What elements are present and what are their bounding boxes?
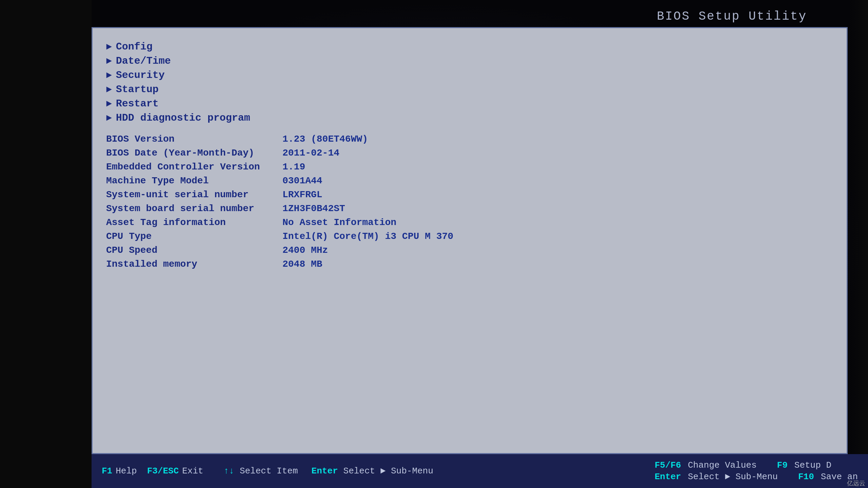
key-description: Help: [116, 466, 137, 476]
info-label: BIOS Version: [106, 134, 282, 144]
bottom-bar: F1HelpF3/ESCExit↑↓Select ItemEnterSelect…: [92, 454, 868, 488]
bottom-key-item: F1Help: [102, 466, 137, 476]
menu-arrow-icon: ►: [106, 99, 112, 109]
menu-item-label: Startup: [116, 84, 159, 95]
info-row: BIOS Version1.23 (80ET46WW): [106, 134, 833, 144]
right-overlay: [849, 0, 868, 488]
menu-arrow-icon: ►: [106, 42, 112, 52]
main-panel: ►Config►Date/Time►Security►Startup►Resta…: [92, 27, 848, 454]
key-description: Select ► Sub-Menu: [343, 466, 433, 476]
info-label: System board serial number: [106, 203, 282, 214]
info-row: CPU TypeIntel(R) Core(TM) i3 CPU M 370: [106, 231, 833, 242]
key-description: Exit: [182, 466, 203, 476]
info-label: Machine Type Model: [106, 176, 282, 186]
key-label: ↑↓: [224, 466, 234, 476]
key-label: F3/ESC: [147, 466, 179, 476]
info-label: Installed memory: [106, 259, 282, 269]
menu-item-startup[interactable]: ►Startup: [106, 84, 833, 95]
menu-arrow-icon: ►: [106, 84, 112, 95]
info-value: Intel(R) Core(TM) i3 CPU M 370: [282, 231, 453, 242]
info-section: BIOS Version1.23 (80ET46WW)BIOS Date (Ye…: [106, 134, 833, 269]
menu-item-label: Date/Time: [116, 55, 171, 67]
info-label: Embedded Controller Version: [106, 162, 282, 172]
menu-item-label: Restart: [116, 98, 159, 109]
info-value: LRXFRGL: [282, 189, 322, 200]
info-label: System-unit serial number: [106, 189, 282, 200]
key-description: Select Item: [240, 466, 298, 476]
bios-title: BIOS Setup Utility: [657, 9, 807, 23]
info-value: 1.19: [282, 162, 305, 172]
key-f9: F9: [777, 460, 788, 470]
info-label: BIOS Date (Year-Month-Day): [106, 148, 282, 158]
menu-arrow-icon: ►: [106, 56, 112, 66]
key-f10: F10: [798, 472, 814, 482]
key-enter: Enter: [655, 472, 681, 482]
key-f5f6: F5/F6: [655, 460, 681, 470]
key-desc-enter: Select ► Sub-Menu: [688, 472, 778, 482]
info-value: 0301A44: [282, 176, 322, 186]
key-label: F1: [102, 466, 112, 476]
info-label: Asset Tag information: [106, 217, 282, 228]
menu-item-label: Config: [116, 41, 153, 53]
menu-item-restart[interactable]: ►Restart: [106, 98, 833, 109]
menu-item-label: Security: [116, 69, 165, 81]
key-desc-f9: Setup D: [794, 460, 831, 470]
info-value: 2400 MHz: [282, 245, 328, 256]
info-label: CPU Speed: [106, 245, 282, 256]
info-value: No Asset Information: [282, 217, 396, 228]
bottom-middle-block: ↑↓Select ItemEnterSelect ► Sub-Menu: [224, 466, 443, 476]
info-row: Asset Tag informationNo Asset Informatio…: [106, 217, 833, 228]
info-row: Machine Type Model0301A44: [106, 176, 833, 186]
menu-section: ►Config►Date/Time►Security►Startup►Resta…: [106, 41, 833, 124]
info-value: 1.23 (80ET46WW): [282, 134, 368, 144]
menu-item-date/time[interactable]: ►Date/Time: [106, 55, 833, 67]
bottom-right-block: F5/F6Change ValuesF9Setup DEnterSelect ►…: [655, 460, 858, 482]
menu-item-config[interactable]: ►Config: [106, 41, 833, 53]
bottom-key-item: F3/ESCExit: [147, 466, 203, 476]
left-overlay: [0, 0, 92, 488]
key-label: Enter: [312, 466, 338, 476]
info-value: 1ZH3F0B42ST: [282, 203, 345, 214]
info-value: 2048 MB: [282, 259, 322, 269]
key-desc-f5f6: Change Values: [688, 460, 757, 470]
menu-arrow-icon: ►: [106, 70, 112, 81]
menu-arrow-icon: ►: [106, 113, 112, 123]
info-row: System-unit serial numberLRXFRGL: [106, 189, 833, 200]
info-value: 2011-02-14: [282, 148, 339, 158]
menu-item-hdd-diagnostic-program[interactable]: ►HDD diagnostic program: [106, 112, 833, 124]
info-row: Installed memory2048 MB: [106, 259, 833, 269]
info-row: System board serial number1ZH3F0B42ST: [106, 203, 833, 214]
info-row: Embedded Controller Version1.19: [106, 162, 833, 172]
info-label: CPU Type: [106, 231, 282, 242]
menu-item-security[interactable]: ►Security: [106, 69, 833, 81]
info-row: CPU Speed2400 MHz: [106, 245, 833, 256]
info-row: BIOS Date (Year-Month-Day)2011-02-14: [106, 148, 833, 158]
watermark: 亿远云: [847, 479, 865, 487]
menu-item-label: HDD diagnostic program: [116, 112, 250, 124]
